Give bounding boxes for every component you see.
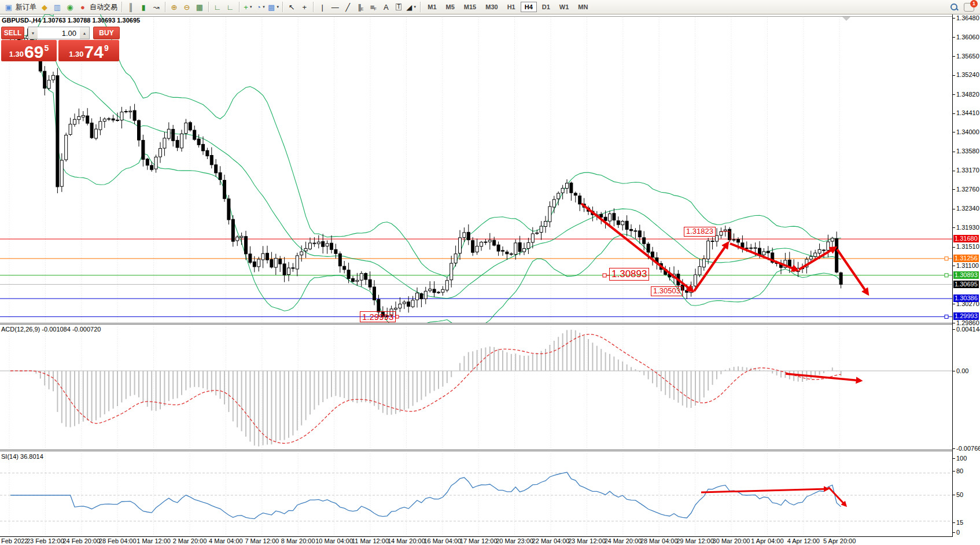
auto-trading-icon-label[interactable]: 自动交易 — [90, 2, 117, 12]
rsi-tick-mark — [953, 532, 955, 533]
new-order-icon[interactable]: ▣ — [3, 1, 14, 13]
price-tick-label: 1.34000 — [956, 128, 979, 135]
price-annotation[interactable]: 1.29993 — [360, 311, 396, 322]
rsi-indicator-panel[interactable] — [0, 452, 952, 536]
auto-trading-icon[interactable]: ● — [77, 1, 89, 13]
macd-indicator-panel[interactable] — [0, 325, 952, 450]
rsi-tick-label: 15 — [956, 519, 963, 526]
text-icon[interactable]: A — [380, 1, 392, 13]
period-icon-dropdown[interactable]: ▼ — [262, 5, 266, 9]
timeframe-button-m5[interactable]: M5 — [442, 2, 459, 12]
toolbar-icon-group: ▣新订单◆▥◉●自动交易║▮↝⊕⊖▦∟∟+▼◔▼▩▼↖+|—╱∥E≡FAT◢▼M… — [2, 1, 592, 13]
timeframe-button-w1[interactable]: W1 — [555, 2, 573, 12]
line-chart-icon[interactable]: ↝ — [150, 1, 162, 13]
volume-input[interactable] — [38, 27, 80, 39]
rsi-indicator-label: SI(14) 36.8014 — [1, 453, 43, 460]
price-level-badge: 1.31680 — [953, 235, 979, 242]
fibonacci-icon[interactable]: ≡F — [367, 1, 379, 13]
timeframe-button-m30[interactable]: M30 — [481, 2, 502, 12]
sell-price-display[interactable]: 1.30 69 5 — [1, 40, 57, 61]
price-tick-label: 1.34820 — [956, 91, 979, 98]
buy-price-prefix: 1.30 — [69, 50, 83, 58]
period-icon[interactable]: ◔▼ — [255, 1, 267, 13]
add-indicator-icon[interactable]: +▼ — [242, 1, 254, 13]
add-indicator-icon-dropdown[interactable]: ▼ — [249, 5, 253, 9]
time-label: 1 Apr 04:00 — [751, 537, 783, 544]
volume-increase-button[interactable]: ▲ — [80, 27, 89, 39]
indicator-window-icon[interactable]: ∟ — [212, 1, 223, 13]
buy-price-display[interactable]: 1.30 74 9 — [58, 40, 119, 61]
crosshair-icon[interactable]: + — [299, 1, 310, 13]
price-tick-label: 1.31510 — [956, 243, 979, 250]
rsi-tick-mark — [953, 522, 955, 523]
price-annotation[interactable]: 1.30893 — [609, 268, 649, 281]
panel-separator[interactable] — [0, 450, 980, 450]
price-tick-mark — [953, 209, 955, 209]
bar-chart-icon-glyph: ║ — [128, 3, 133, 11]
time-label: 1 Mar 12:00 — [137, 537, 171, 544]
macd-tick-mark — [953, 371, 955, 371]
rsi-tick-label: 100 — [956, 455, 967, 462]
price-tick-label: 1.35650 — [956, 53, 979, 60]
indicator-window-icon-glyph: ∟ — [214, 3, 222, 11]
panel-separator[interactable] — [0, 323, 980, 323]
time-label: 20 Mar 23:00 — [496, 537, 533, 544]
vertical-line-icon[interactable]: | — [316, 1, 328, 13]
tile-windows-icon[interactable]: ▦ — [194, 1, 205, 13]
price-tick-label: 1.36480 — [956, 14, 979, 21]
panel-separator[interactable] — [0, 451, 980, 451]
templates-icon-dropdown[interactable]: ▼ — [276, 5, 279, 9]
templates-icon[interactable]: ▩▼ — [268, 1, 279, 13]
rsi-tick-label: 50 — [956, 491, 963, 498]
price-tick-mark — [953, 189, 955, 190]
zoom-out-icon[interactable]: ⊖ — [181, 1, 193, 13]
timeframe-button-m1[interactable]: M1 — [423, 2, 440, 12]
macd-tick-label: -0.007664 — [956, 445, 980, 452]
horizontal-line-icon[interactable]: — — [329, 1, 341, 13]
channel-icon[interactable]: ∥E — [355, 1, 366, 13]
new-order-icon-label[interactable]: 新订单 — [16, 2, 36, 12]
horizontal-line-icon-glyph: — — [331, 3, 339, 11]
market-watch-icon-glyph: ▥ — [54, 3, 61, 11]
price-tick-mark — [953, 132, 955, 132]
market-watch-icon[interactable]: ▥ — [51, 1, 63, 13]
timeframe-button-m15[interactable]: M15 — [460, 2, 480, 12]
sell-button[interactable]: SELL — [1, 27, 24, 39]
price-axis[interactable]: 1.364801.360601.356501.352401.348201.344… — [953, 14, 980, 537]
main-toolbar: ▣新订单◆▥◉●自动交易║▮↝⊕⊖▦∟∟+▼◔▼▩▼↖+|—╱∥E≡FAT◢▼M… — [0, 0, 980, 14]
time-label: 8 Mar 20:00 — [281, 537, 315, 544]
time-label: 24 Feb 20:00 — [62, 537, 100, 544]
buy-button[interactable]: BUY — [93, 27, 120, 39]
main-price-chart[interactable] — [0, 14, 952, 323]
search-icon[interactable] — [950, 3, 958, 11]
bar-chart-icon[interactable]: ║ — [125, 1, 137, 13]
cursor-icon[interactable]: ↖ — [286, 1, 297, 13]
timeframe-button-d1[interactable]: D1 — [538, 2, 554, 12]
price-annotation[interactable]: 1.30503 — [651, 286, 683, 296]
chat-icon[interactable]: 1 — [964, 3, 974, 12]
price-tick-mark — [953, 56, 955, 57]
timeframe-button-h1[interactable]: H1 — [503, 2, 520, 12]
signals-icon[interactable]: ◉ — [64, 1, 76, 13]
volume-decrease-button[interactable]: ▼ — [28, 27, 38, 39]
indicator-list-icon-glyph: ∟ — [227, 3, 234, 11]
zoom-in-icon[interactable]: ⊕ — [168, 1, 180, 13]
candlestick-icon[interactable]: ▮ — [138, 1, 149, 13]
timeframe-button-mn[interactable]: MN — [574, 2, 592, 12]
period-icon-glyph: ◔ — [256, 3, 261, 11]
price-tick-mark — [953, 75, 955, 76]
charts-icon[interactable]: ◆ — [39, 1, 50, 13]
toolbar-separator — [239, 2, 240, 12]
toolbar-separator — [313, 2, 314, 12]
macd-indicator-label: ACD(12,26,9) -0.001084 -0.000720 — [1, 326, 101, 333]
price-tick-mark — [953, 323, 955, 323]
signals-icon-glyph: ◉ — [67, 3, 73, 11]
time-axis[interactable]: Feb 202223 Feb 12:0024 Feb 20:0028 Feb 0… — [0, 537, 980, 545]
timeframe-button-h4[interactable]: H4 — [521, 2, 537, 12]
price-annotation[interactable]: 1.31823 — [684, 227, 716, 237]
shapes-icon[interactable]: ◢▼ — [406, 1, 417, 13]
indicator-list-icon[interactable]: ∟ — [224, 1, 236, 13]
text-label-icon[interactable]: T — [393, 1, 404, 13]
shapes-icon-dropdown[interactable]: ▼ — [413, 5, 417, 9]
trendline-icon[interactable]: ╱ — [342, 1, 353, 13]
